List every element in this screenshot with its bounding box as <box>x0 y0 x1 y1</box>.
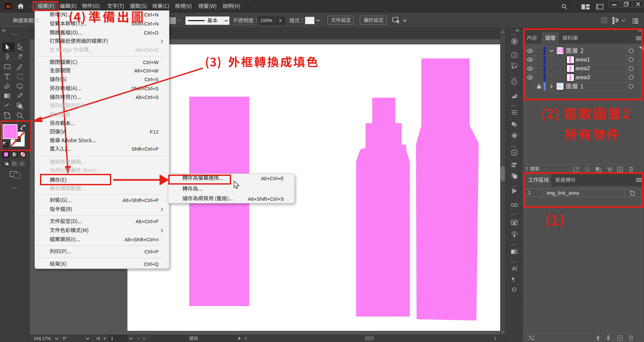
svg-text:A: A <box>512 265 516 272</box>
svg-text:O: O <box>512 286 516 293</box>
svg-text:¶: ¶ <box>512 276 515 283</box>
svg-text:Ai: Ai <box>6 4 10 8</box>
